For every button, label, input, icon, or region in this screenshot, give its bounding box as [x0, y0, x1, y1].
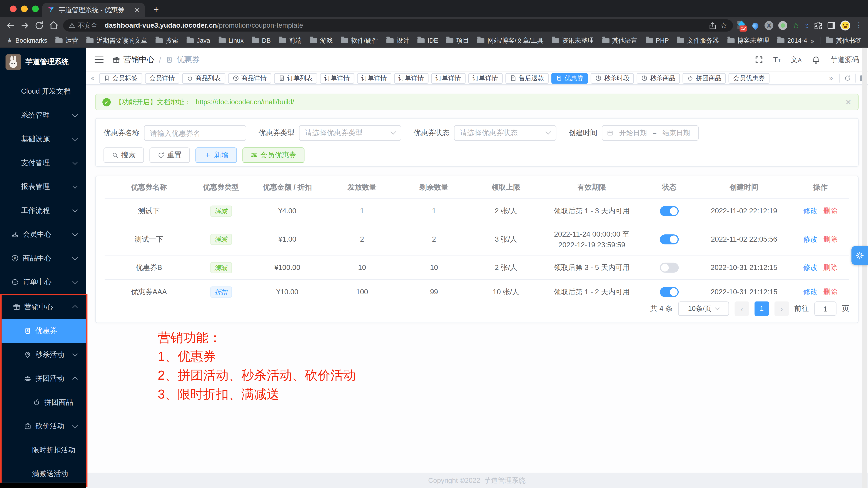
tag-tab-order-detail-4[interactable]: 订单详情 [431, 73, 466, 83]
bookmark-item[interactable]: Linux [219, 37, 244, 44]
tag-tab-coupon[interactable]: 优惠券 [551, 73, 588, 83]
tag-tab-order-list[interactable]: 订单列表 [274, 73, 317, 83]
bookmark-item[interactable]: 其他语言 [602, 36, 638, 45]
edit-link[interactable]: 修改 [803, 263, 817, 271]
page-number-button[interactable]: 1 [754, 302, 769, 316]
page-size-select[interactable]: 10条/页 [678, 302, 729, 316]
share-icon[interactable] [708, 21, 717, 30]
bookmarks-overflow-icon[interactable]: » [810, 36, 814, 45]
back-icon[interactable] [5, 21, 16, 30]
zoom-window-button[interactable] [32, 5, 39, 12]
sidebar-item-seckill[interactable]: 秒杀活动 [2, 343, 86, 367]
forward-icon[interactable] [20, 21, 30, 30]
settings-float-button[interactable] [851, 246, 868, 265]
sidebar-item-coupon[interactable]: 优惠券 [2, 319, 86, 343]
other-bookmarks[interactable]: 其他书签 [826, 36, 862, 45]
prev-page-button[interactable]: ‹ [735, 302, 749, 316]
bookmark-item[interactable]: 2014-4 [777, 37, 807, 44]
delete-link[interactable]: 删除 [823, 287, 838, 295]
edit-link[interactable]: 修改 [803, 206, 817, 214]
tag-tab-product-detail[interactable]: 商品详情 [228, 73, 271, 83]
sidebar-item-workflow[interactable]: 工作流程 [0, 199, 86, 223]
notice-close-icon[interactable]: ✕ [845, 98, 851, 106]
delete-link[interactable]: 删除 [823, 263, 838, 271]
tab-close-icon[interactable]: ✕ [134, 6, 140, 14]
bookmark-item[interactable]: ★Bookmarks [7, 36, 48, 45]
delete-link[interactable]: 删除 [823, 206, 838, 214]
sidebar-item-order-center[interactable]: 订单中心 [0, 270, 86, 294]
member-coupon-button[interactable]: 会员优惠券 [242, 147, 304, 163]
status-toggle[interactable] [660, 206, 679, 216]
refresh-icon[interactable] [844, 75, 850, 82]
sidebar-item-report[interactable]: 报表管理 [0, 175, 86, 199]
tag-tab-member-tag[interactable]: 会员标签 [99, 73, 142, 83]
bookmark-item[interactable]: 运营 [56, 36, 78, 45]
coupon-type-select[interactable]: 请选择优惠券类型 [299, 125, 401, 141]
green-star-extension-icon[interactable]: ☆ [792, 21, 800, 30]
username[interactable]: 芋道源码 [830, 55, 859, 65]
drop-extension-icon[interactable] [751, 21, 760, 30]
bookmark-item[interactable]: 近期需要读的文章 [87, 36, 148, 45]
close-window-button[interactable] [10, 5, 17, 12]
app-logo[interactable]: 芋道管理系统 [0, 48, 86, 77]
bookmark-item[interactable]: PHP [646, 37, 669, 44]
tabs-scroll-left-icon[interactable]: « [89, 74, 96, 82]
date-range-picker[interactable]: 开始日期 – 结束日期 [602, 125, 699, 141]
sidebar-item-full-reduction[interactable]: 满减送活动 [2, 462, 86, 485]
bookmark-item[interactable]: 博客未整理 [727, 36, 769, 45]
notice-link[interactable]: https://doc.iocoder.cn/mall/build/ [196, 98, 294, 106]
bookmark-item[interactable]: 软件/硬件 [341, 36, 378, 45]
profile-avatar[interactable] [840, 21, 850, 30]
tag-tab-order-detail-5[interactable]: 订单详情 [468, 73, 502, 83]
goto-page-input[interactable] [814, 302, 836, 316]
extension-icon[interactable]: 12 [737, 21, 746, 30]
bookmark-item[interactable]: 文件服务器 [677, 36, 719, 45]
command-extension-icon[interactable]: ⌘ [765, 21, 773, 30]
menu-fold-icon[interactable] [95, 56, 103, 63]
sidebar-item-groupon-product[interactable]: 拼团商品 [2, 391, 86, 414]
tag-tab-member-detail[interactable]: 会员详情 [145, 73, 179, 83]
new-tab-button[interactable]: + [149, 3, 163, 17]
fullscreen-icon[interactable] [754, 55, 764, 64]
bookmark-item[interactable]: IDE [417, 37, 438, 44]
browser-tab[interactable]: 芋道管理系统 - 优惠券 ✕ [42, 3, 145, 17]
bookmark-item[interactable]: 设计 [386, 36, 409, 45]
tag-tab-member-coupon[interactable]: 会员优惠券 [728, 73, 769, 83]
browser-menu-icon[interactable]: ⋮ [856, 23, 863, 28]
status-toggle[interactable] [660, 287, 679, 297]
tag-tab-seckill-product[interactable]: 秒杀商品 [637, 73, 680, 83]
coupon-name-input[interactable] [144, 125, 246, 141]
minimize-window-button[interactable] [21, 5, 28, 12]
sidebar-item-member-center[interactable]: 会员中心 [0, 223, 86, 246]
search-button[interactable]: 搜索 [103, 147, 144, 163]
tag-tab-groupon-product[interactable]: 拼团商品 [683, 73, 726, 83]
tabs-scroll-right-icon[interactable]: » [828, 74, 835, 82]
status-toggle[interactable] [660, 262, 679, 272]
tag-tab-order-detail-1[interactable]: 订单详情 [320, 73, 354, 83]
extensions-puzzle-icon[interactable] [814, 21, 823, 30]
tag-tab-order-detail-3[interactable]: 订单详情 [394, 73, 428, 83]
sidebar-item-groupon[interactable]: 拼团活动 [2, 367, 86, 391]
bookmark-item[interactable]: 游戏 [310, 36, 333, 45]
next-page-button[interactable]: › [775, 302, 789, 316]
sidebar-item-product-center[interactable]: 商品中心 [0, 246, 86, 270]
recorder-extension-icon[interactable] [778, 21, 787, 30]
tag-tab-after-sale-refund[interactable]: 售后退款 [505, 73, 549, 83]
bookmark-item[interactable]: 网站/博客/文章/工具 [477, 36, 544, 45]
home-icon[interactable] [49, 21, 59, 30]
sidebar-item-bargain[interactable]: 砍价活动 [2, 414, 86, 438]
bookmark-item[interactable]: DB [252, 37, 271, 44]
sidebar-item-payment[interactable]: 支付管理 [0, 151, 86, 175]
tag-tab-order-detail-2[interactable]: 订单详情 [357, 73, 391, 83]
reset-button[interactable]: 重置 [149, 147, 190, 163]
coupon-status-select[interactable]: 请选择优惠券状态 [454, 125, 556, 141]
edit-link[interactable]: 修改 [803, 287, 817, 295]
side-panel-icon[interactable] [828, 22, 835, 29]
font-size-icon[interactable]: TT [773, 56, 781, 64]
reload-icon[interactable] [34, 21, 44, 30]
language-icon[interactable]: 文A [791, 55, 802, 65]
bookmark-item[interactable]: 项目 [446, 36, 469, 45]
status-toggle[interactable] [660, 234, 679, 244]
address-bar[interactable]: 不安全 dashboard-vue3.yudao.iocoder.cn/prom… [63, 19, 733, 32]
bookmark-star-icon[interactable]: ☆ [720, 21, 727, 30]
